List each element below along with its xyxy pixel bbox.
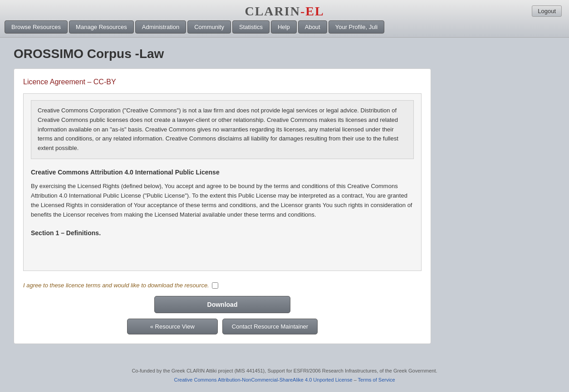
licence-main-heading: Creative Commons Attribution 4.0 Interna… [31, 167, 414, 177]
header: CLARIN-EL Logout Browse Resources Manage… [0, 0, 569, 38]
nav-statistics[interactable]: Statistics [232, 20, 270, 34]
footer-separator: – [353, 377, 358, 382]
licence-intro-text: Creative Commons Corporation ("Creative … [38, 107, 398, 151]
logo: CLARIN-EL [245, 4, 324, 19]
footer-cc-link[interactable]: Creative Commons Attribution-NonCommerci… [174, 377, 352, 382]
nav-manage-resources[interactable]: Manage Resources [69, 20, 134, 34]
agree-row: I agree to these licence terms and would… [23, 278, 422, 296]
contact-maintainer-button[interactable]: Contact Resource Maintainer [222, 319, 318, 334]
download-button[interactable]: Download [154, 296, 290, 313]
logout-button[interactable]: Logout [532, 5, 562, 17]
page-content: OROSSIMO Corpus -Law Licence Agreement –… [0, 38, 569, 353]
agree-label: I agree to these licence terms and would… [23, 282, 209, 289]
page-title: OROSSIMO Corpus -Law [14, 47, 555, 61]
footer-links: Creative Commons Attribution-NonCommerci… [9, 376, 560, 385]
main-card: Licence Agreement – CC-BY Creative Commo… [14, 68, 431, 344]
logo-el: EL [305, 4, 324, 18]
bottom-nav: « Resource View Contact Resource Maintai… [23, 319, 422, 334]
nav-community[interactable]: Community [187, 20, 231, 34]
logo-clarin: CLARIN [245, 4, 300, 18]
logo-dash: - [300, 4, 305, 18]
licence-text-inner[interactable]: Creative Commons Corporation ("Creative … [24, 94, 421, 271]
licence-section1-heading: Section 1 – Definitions. [31, 228, 414, 238]
nav-administration[interactable]: Administration [135, 20, 186, 34]
nav-browse-resources[interactable]: Browse Resources [5, 20, 68, 34]
navbar: Browse Resources Manage Resources Admini… [0, 20, 569, 37]
licence-scroll-container: Creative Commons Corporation ("Creative … [23, 93, 422, 271]
footer-tos-link[interactable]: Terms of Service [358, 377, 395, 382]
nav-help[interactable]: Help [271, 20, 297, 34]
licence-intro-box: Creative Commons Corporation ("Creative … [31, 100, 414, 159]
licence-main-paragraph: By exercising the Licensed Rights (defin… [31, 182, 414, 219]
agree-checkbox[interactable] [212, 282, 218, 289]
footer: Co-funded by the Greek CLARIN Attiki pro… [0, 353, 569, 392]
nav-your-profile[interactable]: Your Profile, Juli [329, 20, 384, 34]
resource-view-button[interactable]: « Resource View [127, 319, 218, 334]
nav-about[interactable]: About [298, 20, 327, 34]
footer-funding: Co-funded by the Greek CLARIN Attiki pro… [9, 367, 560, 376]
logo-area: CLARIN-EL Logout [0, 4, 569, 20]
licence-title: Licence Agreement – CC-BY [23, 78, 422, 86]
